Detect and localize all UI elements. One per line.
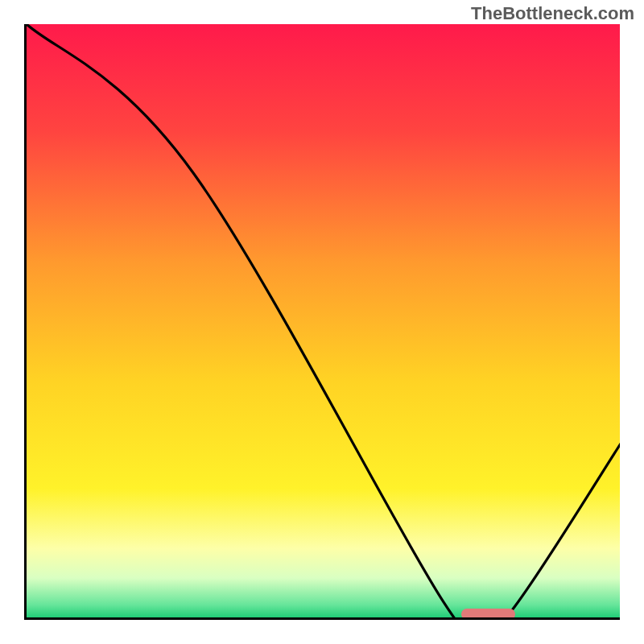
bottleneck-curve bbox=[27, 24, 620, 617]
optimal-marker bbox=[461, 609, 515, 620]
attribution-text: TheBottleneck.com bbox=[471, 3, 634, 24]
chart-canvas: TheBottleneck.com bbox=[0, 0, 644, 644]
plot-area bbox=[24, 24, 620, 620]
